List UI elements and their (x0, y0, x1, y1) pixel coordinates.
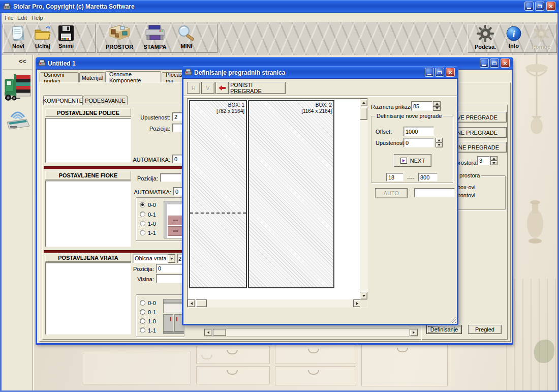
spin-up-button[interactable] (433, 101, 441, 106)
help-gear-icon (532, 38, 550, 44)
prostora-item-frontovi[interactable]: frontovi (457, 192, 475, 198)
ponisti-pregrade-button[interactable]: PONISTI PREGRADE (230, 82, 286, 94)
canvas-hscrollbar[interactable] (188, 299, 361, 307)
vrata-radio-1-0[interactable] (140, 318, 145, 324)
menu-file[interactable]: File (5, 15, 14, 21)
scanner-icon[interactable] (5, 107, 30, 131)
tab-materijal[interactable]: Materijal (79, 72, 105, 82)
upustenost-spinner[interactable] (436, 138, 443, 147)
razmera-field[interactable] (411, 101, 432, 111)
minimize-icon (482, 65, 486, 66)
scroll-down-button[interactable] (360, 292, 367, 299)
scroll-left-button[interactable] (204, 329, 212, 336)
podesa-button[interactable]: Podesa. (472, 24, 499, 50)
scroll-right-button[interactable] (410, 329, 418, 336)
section-divider (44, 166, 184, 169)
h-button[interactable]: H (187, 82, 200, 94)
auto-button[interactable]: AUTO (375, 188, 408, 198)
canvas-vscrollbar[interactable] (360, 99, 367, 299)
pregrada-dashed-line[interactable] (190, 213, 246, 214)
fioke-radio-0-1[interactable] (140, 212, 145, 217)
prostora-item-boxovi[interactable]: box-ovi (457, 184, 475, 190)
document-hscrollbar[interactable] (204, 328, 418, 337)
fioke-listbox[interactable] (45, 180, 131, 247)
document-maximize-button[interactable] (490, 58, 499, 68)
scroll-left-button[interactable] (188, 299, 195, 307)
mini-button[interactable]: MINI (173, 25, 200, 49)
spin-up-button[interactable] (436, 138, 443, 143)
pomoc-label: Pomoc (528, 44, 554, 50)
auto-field[interactable] (414, 188, 455, 197)
fioke-radio-1-1[interactable] (140, 230, 145, 235)
pregled-button[interactable]: Pregled (468, 325, 502, 334)
stampa-button[interactable]: STAMPA (140, 24, 170, 50)
offset-field[interactable] (403, 127, 434, 136)
vrata-radio-0-0[interactable] (140, 300, 145, 306)
forklift-icon[interactable] (4, 72, 32, 103)
spin-up-button[interactable] (490, 156, 498, 161)
vrata-radio-1-0-label: 1-0 (148, 318, 156, 324)
maximize-button[interactable] (535, 2, 544, 11)
v-button[interactable]: V (201, 82, 214, 94)
vrata-pozicija-field[interactable] (156, 264, 184, 273)
police-listbox[interactable] (45, 118, 131, 163)
spin-down-button[interactable] (436, 143, 443, 148)
novi-button[interactable]: Novi (7, 25, 30, 49)
tab-osnovne-komponente[interactable]: Osnovne Komponente (105, 71, 161, 82)
range-max-field[interactable] (418, 173, 438, 182)
next-icon (400, 158, 407, 164)
prostor-button[interactable]: PROSTOR (101, 24, 138, 50)
menu-help[interactable]: Help (32, 15, 43, 21)
pomoc-button[interactable]: Pomoc (528, 24, 554, 50)
dialog-close-button[interactable]: × (446, 68, 455, 77)
definisanje-button[interactable]: Definisanje (426, 325, 462, 334)
pregrade-canvas[interactable]: BOX: 1 [782 x 2164] BOX: 2 [1164 x 2164] (187, 98, 368, 308)
scroll-up-button[interactable] (360, 99, 367, 106)
fioke-radio-0-1-label: 0-1 (148, 212, 156, 218)
box-2[interactable]: BOX: 2 [1164 x 2164] (248, 100, 334, 288)
fioke-pozicija-field[interactable] (160, 173, 181, 182)
tab-komponente[interactable]: KOMPONENTE (43, 95, 83, 105)
snimi-button[interactable]: Snimi (54, 24, 78, 49)
vrata-radio-1-1[interactable] (140, 327, 145, 333)
room-icon (105, 38, 134, 44)
prostora-field[interactable] (477, 156, 490, 165)
scrollbar-thumb[interactable] (360, 107, 367, 120)
spin-down-button[interactable] (490, 161, 498, 165)
box-1[interactable]: BOX: 1 [782 x 2164] (189, 100, 247, 288)
fioke-header: POSTAVLJENE FIOKE (45, 171, 131, 179)
range-min-field[interactable] (386, 173, 403, 182)
document-close-button[interactable]: × (501, 58, 510, 68)
scrollbar-thumb[interactable] (213, 329, 226, 336)
tab-podesavanje[interactable]: PODESAVANJE (83, 96, 128, 105)
prostora-spinner[interactable] (490, 156, 498, 165)
close-button[interactable]: × (546, 2, 555, 11)
gear-icon (476, 38, 494, 44)
scrollbar-corner (360, 299, 367, 307)
razmera-spinner[interactable] (433, 101, 441, 111)
info-button[interactable]: i Info (503, 25, 525, 49)
minimize-button[interactable] (524, 2, 534, 11)
prostor-label: PROSTOR (101, 44, 138, 50)
dropdown-button[interactable] (168, 254, 175, 263)
dialog-upustenost-field[interactable] (403, 138, 434, 147)
scrollbar-thumb[interactable] (196, 299, 207, 307)
sidebar-collapse-button[interactable]: << (15, 57, 30, 67)
menu-edit[interactable]: Edit (17, 15, 27, 21)
dialog-minimize-button[interactable] (425, 68, 434, 77)
vrata-listbox[interactable] (45, 262, 131, 335)
resize-grip[interactable] (450, 317, 456, 323)
back-arrow-button[interactable] (215, 82, 229, 94)
vrata-radio-0-1[interactable] (140, 309, 145, 315)
next-button[interactable]: NEXT (394, 154, 431, 167)
dresser-decoration (34, 340, 557, 390)
spin-down-button[interactable] (433, 106, 441, 111)
vrata-visina-field[interactable] (156, 274, 184, 283)
dialog-maximize-button[interactable] (435, 68, 444, 77)
vrata-type-dropdown[interactable]: Obicna vrata (133, 254, 176, 263)
document-minimize-button[interactable] (480, 58, 489, 68)
fioke-radio-1-0[interactable] (140, 221, 145, 226)
fioke-radio-0-0[interactable] (140, 202, 145, 207)
tab-osnovni-podaci[interactable]: Osnovni podaci (40, 72, 79, 82)
ucitaj-button[interactable]: Ucitaj (31, 25, 54, 49)
